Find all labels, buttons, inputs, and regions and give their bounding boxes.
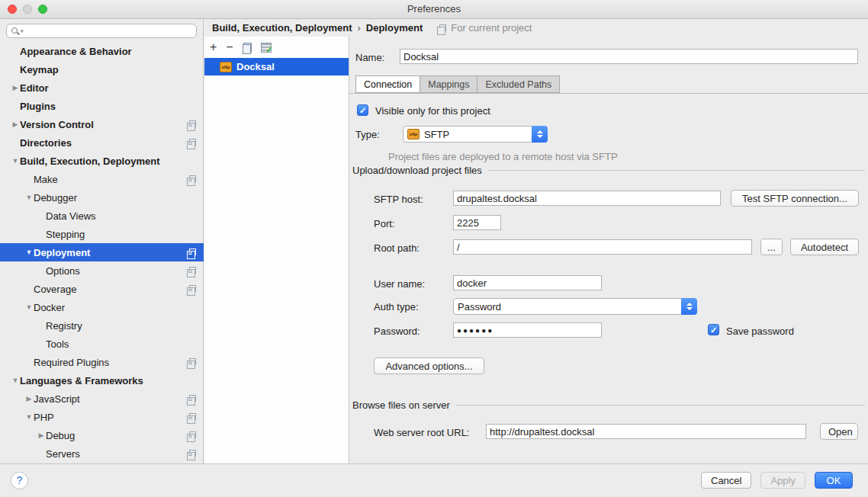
sidebar-item-languages-frameworks[interactable]: ▼Languages & Frameworks bbox=[0, 371, 204, 390]
sidebar-item-docker[interactable]: ▼Docker bbox=[0, 298, 204, 316]
sftp-host-label: SFTP host: bbox=[374, 194, 423, 205]
sftp-host-input[interactable] bbox=[453, 191, 721, 206]
for-current-project-icon bbox=[189, 413, 196, 420]
save-password-label: Save password bbox=[726, 325, 794, 337]
tree-chevron-icon[interactable]: ▼ bbox=[11, 157, 20, 165]
tab-mappings[interactable]: Mappings bbox=[420, 75, 477, 93]
browse-section-title: Browse files on server bbox=[352, 399, 450, 411]
web-server-root-url-input[interactable] bbox=[486, 424, 806, 439]
tab-excluded-paths[interactable]: Excluded Paths bbox=[477, 75, 560, 93]
apply-button[interactable]: Apply bbox=[760, 472, 805, 489]
type-value: SFTP bbox=[424, 129, 449, 140]
root-path-input[interactable] bbox=[453, 239, 752, 255]
deployment-form: Name: Connection Mappings Excluded Paths… bbox=[349, 37, 868, 463]
sidebar-item-required-plugins[interactable]: Required Plugins bbox=[0, 353, 204, 371]
tree-chevron-icon[interactable]: ▶ bbox=[11, 84, 20, 91]
user-name-input[interactable] bbox=[453, 275, 602, 290]
cancel-button[interactable]: Cancel bbox=[701, 472, 751, 489]
tree-chevron-icon[interactable]: ▼ bbox=[24, 194, 34, 201]
tab-connection[interactable]: Connection bbox=[355, 75, 420, 93]
sidebar-item-tools[interactable]: Tools bbox=[0, 335, 204, 353]
sidebar-item-build-execution-deployment[interactable]: ▼Build, Execution, Deployment bbox=[0, 152, 204, 170]
sidebar-item-coverage[interactable]: Coverage bbox=[0, 280, 204, 298]
sidebar-item-keymap[interactable]: Keymap bbox=[0, 60, 204, 79]
password-input[interactable] bbox=[453, 322, 602, 338]
sidebar-item-javascript[interactable]: ▶JavaScript bbox=[0, 390, 204, 408]
tab-strip: Connection Mappings Excluded Paths bbox=[355, 75, 560, 93]
add-server-button[interactable]: + bbox=[210, 41, 217, 53]
use-as-default-server-button[interactable] bbox=[261, 43, 272, 53]
search-history-chevron-icon[interactable]: ▾ bbox=[21, 28, 24, 34]
auth-type-label: Auth type: bbox=[374, 301, 419, 313]
for-current-project-icon bbox=[189, 358, 196, 365]
open-url-button[interactable]: Open bbox=[820, 423, 858, 440]
browse-root-path-button[interactable]: ... bbox=[760, 239, 783, 255]
sidebar-item-version-control[interactable]: ▶Version Control bbox=[0, 115, 204, 133]
tree-chevron-icon[interactable]: ▼ bbox=[24, 303, 34, 311]
breadcrumb: Build, Execution, Deployment › Deploymen… bbox=[204, 19, 868, 37]
tree-chevron-icon[interactable]: ▶ bbox=[24, 395, 34, 402]
for-current-project-icon bbox=[189, 395, 196, 402]
sidebar-item-stepping[interactable]: Stepping bbox=[0, 225, 204, 243]
port-label: Port: bbox=[374, 218, 394, 229]
sidebar-item-servers[interactable]: Servers bbox=[0, 444, 204, 463]
autodetect-button[interactable]: Autodetect bbox=[790, 239, 859, 255]
password-label: Password: bbox=[374, 325, 420, 337]
visible-only-label: Visible only for this project bbox=[375, 105, 490, 117]
advanced-options-button[interactable]: Advanced options... bbox=[374, 358, 484, 374]
tree-chevron-icon[interactable]: ▼ bbox=[24, 248, 34, 256]
sidebar-item-debug[interactable]: ▶Debug bbox=[0, 426, 204, 444]
copy-server-button[interactable] bbox=[243, 43, 252, 53]
for-current-project-icon bbox=[189, 175, 196, 182]
sidebar-item-php[interactable]: ▼PHP bbox=[0, 408, 204, 426]
window-title: Preferences bbox=[0, 3, 868, 14]
sidebar-item-make[interactable]: Make bbox=[0, 170, 204, 188]
tree-chevron-icon[interactable]: ▼ bbox=[11, 377, 20, 384]
tree-chevron-icon[interactable]: ▶ bbox=[11, 120, 20, 128]
tree-chevron-icon[interactable]: ▼ bbox=[24, 413, 34, 421]
type-hint: Project files are deployed to a remote h… bbox=[388, 151, 618, 162]
help-button[interactable]: ? bbox=[11, 472, 28, 489]
browse-section-header: Browse files on server bbox=[352, 399, 865, 411]
type-label: Type: bbox=[355, 129, 380, 140]
for-current-project-indicator: For current project bbox=[436, 22, 532, 34]
breadcrumb-build-execution-deployment[interactable]: Build, Execution, Deployment bbox=[212, 22, 352, 34]
title-bar: Preferences bbox=[0, 0, 868, 19]
settings-search-input[interactable]: ▾ bbox=[6, 24, 197, 38]
sidebar-item-data-views[interactable]: Data Views bbox=[0, 207, 204, 225]
sftp-server-icon: sftp bbox=[220, 62, 232, 72]
for-current-project-icon bbox=[189, 248, 196, 255]
sidebar-item-options[interactable]: Options bbox=[0, 261, 204, 280]
ok-button[interactable]: OK bbox=[815, 472, 853, 489]
visible-only-checkbox[interactable]: ✓ bbox=[357, 104, 368, 116]
sidebar-item-debugger[interactable]: ▼Debugger bbox=[0, 188, 204, 207]
auth-type-dropdown[interactable]: Password bbox=[453, 298, 697, 315]
sidebar-item-registry[interactable]: Registry bbox=[0, 316, 204, 335]
user-name-label: User name: bbox=[374, 278, 425, 290]
breadcrumb-deployment[interactable]: Deployment bbox=[366, 22, 423, 34]
footer-buttons: Cancel Apply OK bbox=[701, 472, 853, 489]
sidebar-item-deployment[interactable]: ▼Deployment bbox=[0, 243, 204, 261]
sftp-type-icon: sftp bbox=[407, 129, 420, 139]
web-server-root-url-label: Web server root URL: bbox=[374, 427, 469, 438]
tree-chevron-icon[interactable]: ▶ bbox=[37, 431, 46, 439]
sidebar-item-directories[interactable]: Directories bbox=[0, 133, 204, 152]
save-password-checkbox[interactable]: ✓ bbox=[708, 324, 719, 335]
tab-divider bbox=[349, 93, 868, 94]
sidebar-item-appearance-behavior[interactable]: Appearance & Behavior bbox=[0, 42, 204, 60]
section-divider bbox=[488, 170, 865, 171]
server-list-item-docksal[interactable]: sftp Docksal bbox=[204, 58, 349, 75]
remove-server-button[interactable]: − bbox=[226, 41, 233, 53]
for-current-project-icon bbox=[189, 450, 196, 457]
root-path-label: Root path: bbox=[374, 242, 420, 254]
test-sftp-connection-button[interactable]: Test SFTP connection... bbox=[731, 190, 859, 207]
sidebar-item-editor[interactable]: ▶Editor bbox=[0, 79, 204, 97]
for-current-project-label: For current project bbox=[451, 22, 532, 34]
name-input[interactable] bbox=[400, 49, 858, 64]
sidebar-item-plugins[interactable]: Plugins bbox=[0, 97, 204, 115]
name-label: Name: bbox=[355, 52, 384, 63]
port-input[interactable] bbox=[453, 215, 501, 230]
type-dropdown[interactable]: sftp SFTP bbox=[403, 126, 548, 143]
upload-section-header: Upload/download project files bbox=[352, 165, 865, 176]
footer-bar: ? Cancel Apply OK bbox=[0, 463, 868, 497]
